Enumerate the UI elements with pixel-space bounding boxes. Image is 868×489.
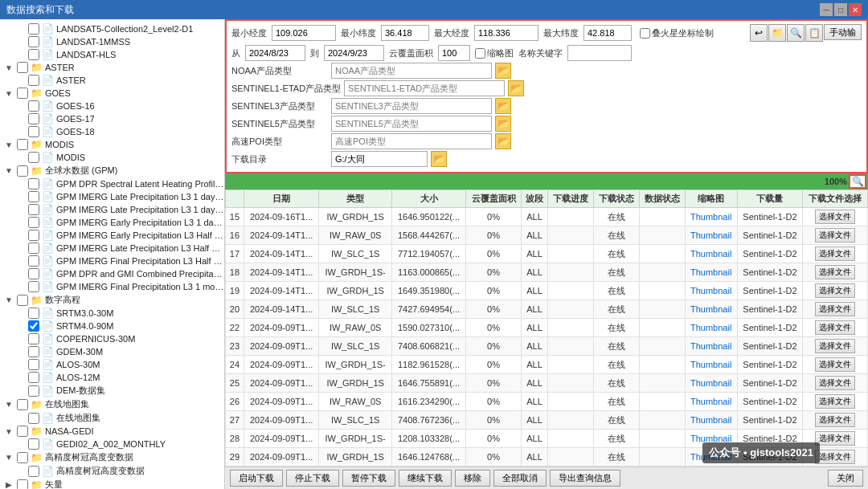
- fire-check-item[interactable]: 叠火星坐标绘制: [640, 27, 714, 39]
- tree-checkbox[interactable]: [17, 452, 28, 463]
- tree-item[interactable]: 📄GOES-16: [0, 100, 224, 112]
- select-file-btn[interactable]: 选择文件: [815, 320, 855, 335]
- tree-item[interactable]: 📄LANDSAT5-Collection2_Level2-D1: [0, 22, 224, 35]
- stop-download-btn[interactable]: 停止下载: [286, 470, 339, 487]
- tree-checkbox[interactable]: [28, 178, 39, 189]
- tree-toggle[interactable]: ▼: [3, 400, 14, 409]
- date-from-input[interactable]: [245, 45, 305, 61]
- thumbnail-link[interactable]: Thumbnail: [690, 341, 731, 351]
- max-lon-input[interactable]: [474, 25, 538, 41]
- tree-item[interactable]: ▼📁全球水数据 (GPM): [0, 164, 224, 177]
- tree-toggle[interactable]: ▼: [3, 89, 14, 98]
- tree-checkbox[interactable]: [17, 165, 28, 177]
- tree-item[interactable]: 📄高精度树冠高度变数据: [0, 464, 224, 478]
- product-filter-input[interactable]: [331, 98, 492, 114]
- tree-toggle[interactable]: ▼: [3, 141, 14, 149]
- tree-item[interactable]: 📄GOES-17: [0, 112, 224, 125]
- tree-item[interactable]: 📄SRTM4.0-90M: [0, 320, 224, 332]
- tree-item[interactable]: 📄GPM DPR Spectral Latent Heating Profile…: [0, 177, 224, 190]
- tree-toggle[interactable]: ▼: [3, 166, 14, 175]
- manual-input-btn[interactable]: 手动输: [824, 24, 862, 40]
- tree-checkbox[interactable]: [17, 88, 28, 99]
- table-row[interactable]: 282024-09-09T1...IW_GRDH_1S-1208.103328(…: [226, 430, 868, 448]
- tree-item[interactable]: 📄GPM IMERG Early Precipitation L3 Half H…: [0, 229, 224, 242]
- tree-item[interactable]: 📄GPM IMERG Early Precipitation L3 1 day …: [0, 216, 224, 229]
- tree-item[interactable]: ▼📁NASA-GEDI: [0, 425, 224, 438]
- maximize-button[interactable]: □: [834, 3, 847, 16]
- tree-item[interactable]: 📄在线地图集: [0, 411, 224, 425]
- tree-checkbox[interactable]: [28, 466, 39, 477]
- tree-checkbox[interactable]: [28, 242, 39, 254]
- max-lat-input[interactable]: [583, 25, 632, 41]
- table-row[interactable]: 242024-09-09T1...IW_GRDH_1S-1182.961528(…: [226, 356, 868, 374]
- tree-checkbox[interactable]: [28, 268, 39, 279]
- table-row[interactable]: 272024-09-09T1...IW_SLC_1S7408.767236(..…: [226, 411, 868, 430]
- tree-item[interactable]: 📄COPERNICUS-30M: [0, 332, 224, 345]
- product-filter-input[interactable]: [331, 151, 428, 167]
- date-to-input[interactable]: [324, 45, 384, 61]
- thumbnail-link[interactable]: Thumbnail: [690, 286, 731, 295]
- thumbnail-link[interactable]: Thumbnail: [690, 397, 731, 406]
- table-row[interactable]: 202024-09-14T1...IW_SLC_1S7427.694954(..…: [226, 300, 868, 319]
- product-filter-browse-btn[interactable]: 📂: [431, 151, 447, 167]
- tree-item[interactable]: ▼📁高精度树冠高度变数据: [0, 450, 224, 464]
- tree-item[interactable]: 📄GOES-18: [0, 125, 224, 138]
- table-row[interactable]: 222024-09-09T1...IW_RAW_0S1590.027310(..…: [226, 319, 868, 337]
- tree-item[interactable]: 📄LANDSAT-1MMSS: [0, 35, 224, 48]
- tree-item[interactable]: ▼📁在线地图集: [0, 397, 224, 411]
- tree-item[interactable]: 📄SRTM3.0-30M: [0, 307, 224, 320]
- table-row[interactable]: 172024-09-14T1...IW_SLC_1S7712.194057(..…: [226, 245, 868, 263]
- tree-checkbox[interactable]: [28, 36, 39, 47]
- tree-item[interactable]: 📄ALOS-30M: [0, 358, 224, 371]
- tree-item[interactable]: 📄GDEM-30M: [0, 345, 224, 358]
- tree-checkbox[interactable]: [28, 113, 39, 124]
- product-filter-browse-btn[interactable]: 📂: [495, 98, 511, 114]
- select-file-btn[interactable]: 选择文件: [815, 394, 855, 409]
- select-file-btn[interactable]: 选择文件: [815, 450, 855, 464]
- tree-checkbox[interactable]: [28, 204, 39, 215]
- tree-toggle[interactable]: ▼: [3, 295, 14, 304]
- product-filter-input[interactable]: [344, 80, 505, 96]
- tree-checkbox[interactable]: [28, 308, 39, 319]
- tree-item[interactable]: 📄GPM IMERG Final Precipitation L3 1 mont…: [0, 280, 224, 293]
- tree-checkbox[interactable]: [28, 438, 39, 450]
- thumbnail-link[interactable]: Thumbnail: [690, 434, 731, 443]
- product-filter-input[interactable]: [331, 63, 492, 79]
- progress-search-btn[interactable]: 🔍: [849, 174, 866, 189]
- tree-toggle[interactable]: ▼: [3, 453, 14, 462]
- tree-checkbox[interactable]: [28, 126, 39, 137]
- table-row[interactable]: 192024-09-14T1...IW_GRDH_1S1649.351980(.…: [226, 282, 868, 300]
- select-file-btn[interactable]: 选择文件: [815, 247, 855, 261]
- thumbnail-link[interactable]: Thumbnail: [690, 304, 731, 314]
- tree-checkbox[interactable]: [28, 217, 39, 228]
- thumbnail-link[interactable]: Thumbnail: [690, 212, 731, 222]
- tree-item[interactable]: 📄GEDI02_A_002_MONTHLY: [0, 438, 224, 450]
- min-lon-input[interactable]: [272, 25, 336, 41]
- start-download-btn[interactable]: 启动下载: [230, 470, 283, 487]
- error-check-btn[interactable]: 导出查询信息: [550, 470, 620, 487]
- tree-checkbox[interactable]: [17, 62, 28, 73]
- tree-checkbox[interactable]: [28, 230, 39, 241]
- tree-item[interactable]: ▼📁MODIS: [0, 138, 224, 151]
- tree-toggle[interactable]: ▼: [3, 427, 14, 436]
- tree-checkbox[interactable]: [28, 346, 39, 357]
- tree-item[interactable]: 📄ASTER: [0, 74, 224, 87]
- tree-toggle[interactable]: ▶: [3, 480, 14, 489]
- tree-item[interactable]: 📄ALOS-12M: [0, 371, 224, 384]
- tree-checkbox[interactable]: [17, 139, 28, 150]
- thumbnail-link[interactable]: Thumbnail: [690, 415, 731, 425]
- table-row[interactable]: 232024-09-09T1...IW_SLC_1S7408.606821(..…: [226, 337, 868, 356]
- product-filter-browse-btn[interactable]: 📂: [508, 80, 524, 96]
- close-button[interactable]: ✕: [849, 3, 862, 16]
- tree-checkbox[interactable]: [28, 100, 39, 112]
- tree-checkbox[interactable]: [28, 255, 39, 267]
- tree-checkbox[interactable]: [28, 333, 39, 344]
- select-file-btn[interactable]: 选择文件: [815, 302, 855, 316]
- select-file-btn[interactable]: 选择文件: [815, 339, 855, 353]
- thumbnail-link[interactable]: Thumbnail: [690, 360, 731, 369]
- data-table-container[interactable]: 日期类型大小云覆盖面积波段下载进度下载状态数据状态缩略图下载量下载文件选择 15…: [225, 189, 868, 467]
- tree-item[interactable]: 📄LANDSAT-HLS: [0, 48, 224, 61]
- tree-item[interactable]: 📄GPM DPR and GMI Combined Precipitation …: [0, 267, 224, 280]
- tree-item[interactable]: 📄GPM IMERG Late Precipitation L3 1 day 0…: [0, 190, 224, 203]
- product-filter-browse-btn[interactable]: 📂: [495, 63, 511, 79]
